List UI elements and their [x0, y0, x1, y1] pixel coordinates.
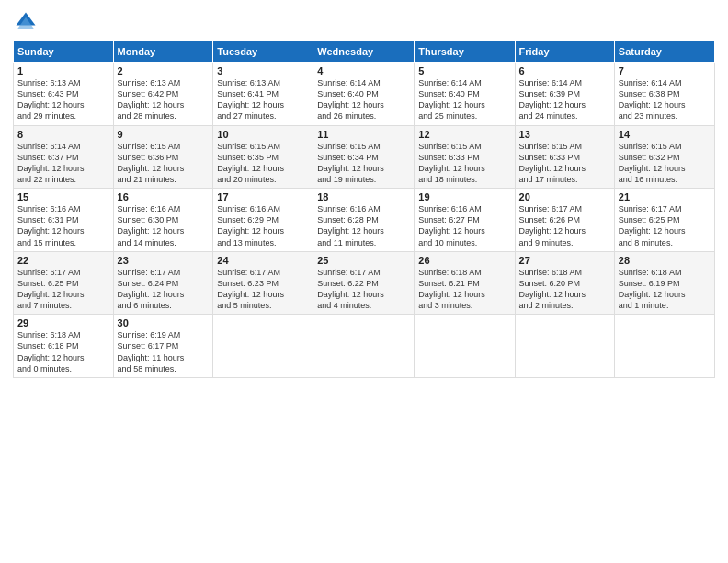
day-info: Sunrise: 6:18 AM Sunset: 6:18 PM Dayligh… [17, 329, 109, 374]
day-number: 29 [17, 317, 109, 328]
calendar-header-row: SundayMondayTuesdayWednesdayThursdayFrid… [14, 41, 715, 63]
logo [13, 9, 42, 35]
day-number: 22 [17, 255, 109, 266]
day-number: 24 [217, 255, 309, 266]
calendar-cell: 18Sunrise: 6:16 AM Sunset: 6:28 PM Dayli… [313, 189, 415, 252]
day-number: 1 [17, 65, 109, 76]
day-info: Sunrise: 6:14 AM Sunset: 6:40 PM Dayligh… [418, 77, 510, 122]
day-info: Sunrise: 6:18 AM Sunset: 6:19 PM Dayligh… [619, 267, 711, 312]
calendar-cell: 1Sunrise: 6:13 AM Sunset: 6:43 PM Daylig… [14, 63, 114, 126]
day-info: Sunrise: 6:18 AM Sunset: 6:20 PM Dayligh… [519, 267, 610, 312]
calendar-cell [614, 315, 714, 378]
day-number: 23 [118, 255, 210, 266]
day-info: Sunrise: 6:15 AM Sunset: 6:33 PM Dayligh… [418, 141, 510, 186]
calendar-cell [415, 315, 515, 378]
day-number: 20 [519, 191, 610, 202]
day-info: Sunrise: 6:13 AM Sunset: 6:41 PM Dayligh… [217, 77, 309, 122]
day-number: 2 [118, 65, 210, 76]
calendar-week-row: 8Sunrise: 6:14 AM Sunset: 6:37 PM Daylig… [14, 125, 715, 189]
calendar-cell: 23Sunrise: 6:17 AM Sunset: 6:24 PM Dayli… [113, 251, 213, 315]
day-number: 3 [217, 65, 309, 76]
day-info: Sunrise: 6:17 AM Sunset: 6:26 PM Dayligh… [519, 203, 610, 248]
day-number: 27 [519, 255, 610, 266]
calendar-cell: 13Sunrise: 6:15 AM Sunset: 6:33 PM Dayli… [515, 125, 614, 189]
day-number: 11 [317, 129, 410, 140]
day-number: 4 [317, 65, 410, 76]
day-number: 9 [118, 129, 210, 140]
day-info: Sunrise: 6:14 AM Sunset: 6:38 PM Dayligh… [619, 77, 711, 122]
day-info: Sunrise: 6:17 AM Sunset: 6:25 PM Dayligh… [619, 203, 711, 248]
day-info: Sunrise: 6:13 AM Sunset: 6:42 PM Dayligh… [118, 77, 210, 122]
calendar-cell [313, 315, 415, 378]
day-info: Sunrise: 6:15 AM Sunset: 6:34 PM Dayligh… [317, 141, 410, 186]
calendar-header-sunday: Sunday [14, 41, 114, 63]
calendar-cell: 2Sunrise: 6:13 AM Sunset: 6:42 PM Daylig… [113, 63, 213, 126]
calendar-cell: 15Sunrise: 6:16 AM Sunset: 6:31 PM Dayli… [14, 189, 114, 252]
calendar-header-tuesday: Tuesday [213, 41, 313, 63]
day-info: Sunrise: 6:14 AM Sunset: 6:37 PM Dayligh… [17, 141, 109, 186]
day-info: Sunrise: 6:19 AM Sunset: 6:17 PM Dayligh… [118, 329, 210, 374]
calendar-cell [515, 315, 614, 378]
page: SundayMondayTuesdayWednesdayThursdayFrid… [0, 0, 728, 563]
day-info: Sunrise: 6:15 AM Sunset: 6:33 PM Dayligh… [519, 141, 610, 186]
day-number: 7 [619, 65, 711, 76]
calendar-cell: 22Sunrise: 6:17 AM Sunset: 6:25 PM Dayli… [14, 251, 114, 315]
calendar-cell: 7Sunrise: 6:14 AM Sunset: 6:38 PM Daylig… [614, 63, 714, 126]
calendar-cell: 25Sunrise: 6:17 AM Sunset: 6:22 PM Dayli… [313, 251, 415, 315]
day-info: Sunrise: 6:13 AM Sunset: 6:43 PM Dayligh… [17, 77, 109, 122]
calendar-cell: 11Sunrise: 6:15 AM Sunset: 6:34 PM Dayli… [313, 125, 415, 189]
day-number: 10 [217, 129, 309, 140]
day-info: Sunrise: 6:17 AM Sunset: 6:23 PM Dayligh… [217, 267, 309, 312]
day-number: 21 [619, 191, 711, 202]
calendar-cell: 4Sunrise: 6:14 AM Sunset: 6:40 PM Daylig… [313, 63, 415, 126]
day-number: 12 [418, 129, 510, 140]
calendar-week-row: 29Sunrise: 6:18 AM Sunset: 6:18 PM Dayli… [14, 315, 715, 378]
day-number: 30 [118, 317, 210, 328]
header [13, 9, 715, 35]
day-info: Sunrise: 6:16 AM Sunset: 6:29 PM Dayligh… [217, 203, 309, 248]
calendar-header-wednesday: Wednesday [313, 41, 415, 63]
day-info: Sunrise: 6:15 AM Sunset: 6:35 PM Dayligh… [217, 141, 309, 186]
day-number: 28 [619, 255, 711, 266]
logo-icon [13, 9, 39, 35]
calendar-week-row: 1Sunrise: 6:13 AM Sunset: 6:43 PM Daylig… [14, 63, 715, 126]
day-number: 16 [118, 191, 210, 202]
day-info: Sunrise: 6:17 AM Sunset: 6:25 PM Dayligh… [17, 267, 109, 312]
day-number: 25 [317, 255, 410, 266]
calendar-cell: 30Sunrise: 6:19 AM Sunset: 6:17 PM Dayli… [113, 315, 213, 378]
day-info: Sunrise: 6:17 AM Sunset: 6:22 PM Dayligh… [317, 267, 410, 312]
calendar-cell: 6Sunrise: 6:14 AM Sunset: 6:39 PM Daylig… [515, 63, 614, 126]
calendar-cell: 10Sunrise: 6:15 AM Sunset: 6:35 PM Dayli… [213, 125, 313, 189]
calendar-header-saturday: Saturday [614, 41, 714, 63]
day-info: Sunrise: 6:15 AM Sunset: 6:36 PM Dayligh… [118, 141, 210, 186]
day-number: 17 [217, 191, 309, 202]
calendar-cell: 24Sunrise: 6:17 AM Sunset: 6:23 PM Dayli… [213, 251, 313, 315]
day-info: Sunrise: 6:16 AM Sunset: 6:31 PM Dayligh… [17, 203, 109, 248]
day-info: Sunrise: 6:16 AM Sunset: 6:28 PM Dayligh… [317, 203, 410, 248]
calendar-table: SundayMondayTuesdayWednesdayThursdayFrid… [13, 40, 715, 378]
calendar-week-row: 22Sunrise: 6:17 AM Sunset: 6:25 PM Dayli… [14, 251, 715, 315]
calendar-cell: 21Sunrise: 6:17 AM Sunset: 6:25 PM Dayli… [614, 189, 714, 252]
day-info: Sunrise: 6:14 AM Sunset: 6:39 PM Dayligh… [519, 77, 610, 122]
day-info: Sunrise: 6:15 AM Sunset: 6:32 PM Dayligh… [619, 141, 711, 186]
calendar-header-friday: Friday [515, 41, 614, 63]
day-number: 14 [619, 129, 711, 140]
day-number: 26 [418, 255, 510, 266]
calendar-cell: 5Sunrise: 6:14 AM Sunset: 6:40 PM Daylig… [415, 63, 515, 126]
day-number: 8 [17, 129, 109, 140]
day-info: Sunrise: 6:18 AM Sunset: 6:21 PM Dayligh… [418, 267, 510, 312]
calendar-cell: 9Sunrise: 6:15 AM Sunset: 6:36 PM Daylig… [113, 125, 213, 189]
day-number: 15 [17, 191, 109, 202]
calendar-cell: 16Sunrise: 6:16 AM Sunset: 6:30 PM Dayli… [113, 189, 213, 252]
day-number: 19 [418, 191, 510, 202]
day-number: 13 [519, 129, 610, 140]
calendar-cell [213, 315, 313, 378]
calendar-cell: 14Sunrise: 6:15 AM Sunset: 6:32 PM Dayli… [614, 125, 714, 189]
day-info: Sunrise: 6:14 AM Sunset: 6:40 PM Dayligh… [317, 77, 410, 122]
calendar-cell: 29Sunrise: 6:18 AM Sunset: 6:18 PM Dayli… [14, 315, 114, 378]
calendar-cell: 17Sunrise: 6:16 AM Sunset: 6:29 PM Dayli… [213, 189, 313, 252]
calendar-cell: 27Sunrise: 6:18 AM Sunset: 6:20 PM Dayli… [515, 251, 614, 315]
calendar-cell: 20Sunrise: 6:17 AM Sunset: 6:26 PM Dayli… [515, 189, 614, 252]
calendar-header-thursday: Thursday [415, 41, 515, 63]
calendar-week-row: 15Sunrise: 6:16 AM Sunset: 6:31 PM Dayli… [14, 189, 715, 252]
